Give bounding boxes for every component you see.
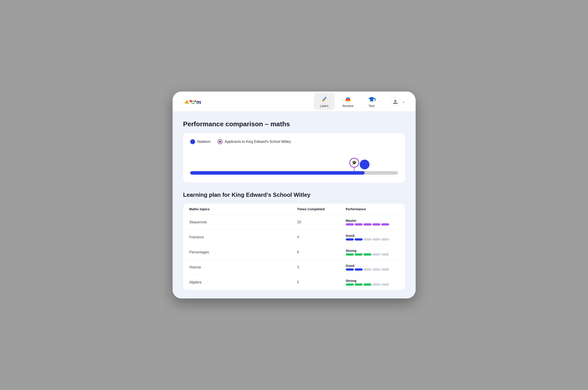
- performance-bars: [346, 284, 399, 286]
- device-frame: m Learn: [172, 92, 416, 298]
- col-performance: Performance: [346, 207, 399, 211]
- svg-rect-11: [375, 98, 376, 100]
- performance-label: Good: [346, 234, 399, 238]
- performance-label: Master: [346, 219, 399, 222]
- perf-bar: [346, 223, 354, 226]
- nav-test-label: Test: [369, 104, 375, 108]
- perf-bar: [364, 268, 372, 271]
- svg-marker-0: [184, 99, 189, 103]
- perf-bar: [346, 268, 354, 271]
- perf-bar: [381, 284, 389, 286]
- nadeem-label: Nadeem: [197, 140, 210, 144]
- perf-bar: [364, 238, 372, 241]
- performance-bars: [346, 253, 399, 256]
- logo[interactable]: m: [183, 97, 210, 106]
- nav-item-review[interactable]: Review: [336, 93, 360, 110]
- topic-name: Percentages: [189, 250, 297, 254]
- table-header: Maths topics Times Completed Performance: [183, 204, 405, 215]
- perf-bar: [346, 253, 354, 256]
- user-area[interactable]: ⌄: [391, 97, 405, 106]
- performance-label: Good: [346, 264, 399, 268]
- learn-icon: [320, 95, 328, 103]
- perf-bar: [372, 223, 380, 226]
- svg-point-3: [194, 100, 196, 102]
- perf-bar: [364, 284, 372, 286]
- perf-bar: [355, 223, 363, 226]
- performance-legend: Nadeem Applicants to King Edward's Schoo…: [190, 139, 398, 144]
- nav-learn-label: Learn: [320, 104, 328, 108]
- performance-bars: [346, 268, 399, 271]
- col-topics: Maths topics: [189, 207, 297, 211]
- perf-bar: [372, 253, 380, 256]
- performance-cell: Master: [346, 219, 399, 226]
- col-times: Times Completed: [297, 207, 346, 211]
- legend-nadeem: Nadeem: [190, 139, 210, 144]
- perf-bar: [381, 253, 389, 256]
- perf-bar: [346, 238, 354, 241]
- performance-title: Performance comparison – maths: [183, 120, 405, 128]
- review-icon: [344, 95, 352, 103]
- performance-cell: Good: [346, 234, 399, 241]
- performance-label: Strong: [346, 249, 399, 252]
- svg-point-2: [192, 101, 194, 103]
- school-dot: [218, 139, 222, 144]
- svg-rect-9: [346, 98, 350, 99]
- svg-point-12: [375, 100, 376, 101]
- performance-cell: Good: [346, 264, 399, 271]
- times-completed: 5: [297, 280, 346, 284]
- nav-item-test[interactable]: Test: [362, 93, 382, 110]
- learning-plan-table: Maths topics Times Completed Performance…: [183, 204, 405, 290]
- topic-name: Sequences: [189, 220, 297, 224]
- times-completed: 10: [297, 220, 346, 224]
- perf-bar: [364, 253, 372, 256]
- topic-name: Algebra: [189, 280, 297, 284]
- progress-track: [190, 171, 398, 175]
- svg-marker-10: [368, 97, 375, 100]
- table-row: Sequences10Master: [183, 215, 405, 230]
- times-completed: 4: [297, 235, 346, 239]
- table-row: Algebra5Strong: [183, 275, 405, 290]
- nadeem-marker-circle: [360, 160, 370, 169]
- perf-bar: [372, 268, 380, 271]
- legend-school: Applicants to King Edward's School Witle…: [218, 139, 291, 144]
- perf-bar: [381, 238, 389, 241]
- progress-container: 🎓: [190, 151, 398, 175]
- navigation: m Learn: [172, 92, 416, 111]
- perf-bar: [355, 284, 363, 286]
- perf-bar: [355, 268, 363, 271]
- progress-fill: [190, 171, 365, 175]
- perf-bar: [381, 268, 389, 271]
- topic-name: Fractions: [189, 235, 297, 239]
- nav-items: Learn Review: [314, 93, 382, 110]
- nav-item-learn[interactable]: Learn: [314, 93, 335, 110]
- topic-name: Volume: [189, 265, 297, 269]
- user-avatar: [391, 97, 400, 106]
- table-row: Fractions4Good: [183, 230, 405, 245]
- performance-bars: [346, 238, 399, 241]
- performance-cell: Strong: [346, 249, 399, 256]
- nadeem-marker: [360, 160, 370, 169]
- performance-bars: [346, 223, 399, 226]
- main-content: Performance comparison – maths Nadeem Ap…: [172, 111, 416, 298]
- performance-label: Strong: [346, 279, 399, 283]
- table-row: Percentages6Strong: [183, 245, 405, 260]
- chevron-down-icon: ⌄: [402, 99, 405, 104]
- svg-text:m: m: [196, 99, 201, 105]
- times-completed: 6: [297, 250, 346, 254]
- svg-rect-8: [346, 98, 350, 100]
- perf-bar: [364, 223, 372, 226]
- svg-point-1: [189, 100, 192, 102]
- svg-point-13: [394, 100, 396, 102]
- school-marker-circle: 🎓: [349, 158, 359, 168]
- perf-bar: [355, 253, 363, 256]
- school-label: Applicants to King Edward's School Witle…: [225, 140, 291, 144]
- nadeem-dot: [190, 139, 195, 144]
- perf-bar: [372, 238, 380, 241]
- table-body: Sequences10MasterFractions4GoodPercentag…: [183, 215, 405, 290]
- times-completed: 3: [297, 265, 346, 269]
- performance-card: Nadeem Applicants to King Edward's Schoo…: [183, 133, 405, 183]
- perf-bar: [346, 284, 354, 286]
- school-marker: 🎓: [349, 158, 359, 172]
- table-row: Volume3Good: [183, 260, 405, 275]
- performance-cell: Strong: [346, 279, 399, 286]
